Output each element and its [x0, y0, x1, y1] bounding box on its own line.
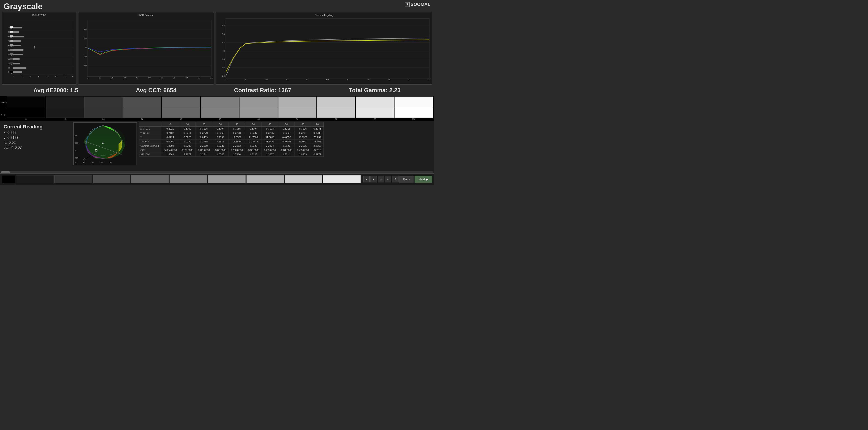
bottom-swatch-20[interactable]: [55, 175, 92, 183]
scrollbar-track[interactable]: [1, 172, 433, 173]
svg-text:8: 8: [47, 75, 48, 78]
total-gamma-stat: Total Gamma: 2.23: [349, 87, 401, 94]
svg-text:1.6: 1.6: [222, 66, 225, 69]
playback-controls: ■ ▶ ⏭ ⟳ ⚙: [363, 176, 399, 182]
reading-cdm2: cd/m²: 0.07: [4, 146, 69, 150]
settings-button[interactable]: ⚙: [392, 176, 399, 182]
bottom-swatch-70[interactable]: [246, 175, 284, 183]
svg-text:20: 20: [265, 78, 268, 81]
deltae-chart: DeltaE 2000 0 10 20 30 40 50 0 2 4 6 8 1…: [2, 12, 76, 85]
svg-text:10: 10: [8, 67, 10, 69]
play-button[interactable]: ▶: [370, 176, 377, 182]
reading-y: y: 0.2187: [4, 136, 69, 140]
svg-rect-38: [10, 49, 13, 51]
svg-rect-42: [10, 67, 13, 69]
svg-text:0: 0: [13, 75, 14, 78]
current-reading-panel: Current Reading x: 0.222 y: 0.2187 fL: 0…: [0, 121, 72, 171]
reading-fl: fL: 0.02: [4, 141, 69, 145]
svg-text:12: 12: [63, 75, 66, 78]
svg-text:40: 40: [8, 54, 10, 55]
skip-forward-button[interactable]: ⏭: [378, 176, 384, 182]
svg-rect-54: [13, 71, 22, 73]
svg-text:0.35: 0.35: [75, 142, 79, 144]
svg-text:0.25: 0.25: [75, 157, 79, 159]
svg-rect-52: [13, 63, 20, 64]
svg-text:0.35: 0.35: [101, 161, 104, 163]
bottom-swatch-60[interactable]: [208, 175, 246, 183]
loop-button[interactable]: ⟳: [385, 176, 391, 182]
swatch-labels: Actual Target: [1, 96, 6, 121]
svg-text:70: 70: [8, 40, 10, 42]
bottom-data-section: Current Reading x: 0.222 y: 0.2187 fL: 0…: [0, 121, 434, 171]
page-title: Grayscale: [4, 2, 42, 11]
bottom-swatch-80[interactable]: [285, 175, 322, 183]
svg-text:1.4: 1.4: [222, 74, 225, 77]
bottom-swatch-50[interactable]: [169, 175, 207, 183]
next-button[interactable]: Next ▶: [414, 176, 432, 183]
svg-text:50: 50: [148, 76, 151, 79]
svg-rect-44: [13, 27, 22, 29]
back-button[interactable]: Back: [399, 176, 414, 183]
table-row: Target Y0.00001.02303.27857.157513.15862…: [139, 140, 324, 144]
cie-svg: 0.2 0.25 0.3 0.35 0.4 0.25 0.3 0.35 0.4: [74, 123, 136, 165]
reading-x: x: 0.222: [4, 131, 69, 135]
svg-rect-47: [13, 40, 21, 42]
svg-text:2: 2: [21, 75, 22, 78]
svg-text:80: 80: [185, 76, 188, 79]
svg-text:0.25: 0.25: [83, 161, 86, 163]
svg-text:80: 80: [388, 78, 390, 81]
measurements-table: 0 10 20 30 40 50 60 70 80 90 x: CIE310.2…: [139, 122, 324, 157]
stop-button[interactable]: ■: [363, 176, 370, 182]
bottom-swatch-0[interactable]: [2, 175, 16, 183]
svg-text:0: 0: [86, 46, 87, 49]
svg-text:0: 0: [8, 71, 9, 73]
bottom-bar: ■ ▶ ⏭ ⟳ ⚙ Back Next ▶: [0, 174, 434, 185]
swatch-30: 30: [123, 96, 162, 121]
bottom-swatch-10[interactable]: [16, 175, 54, 183]
svg-text:-40: -40: [84, 64, 87, 66]
svg-text:30: 30: [8, 58, 10, 60]
page-title-row: Grayscale: [0, 0, 434, 12]
svg-rect-53: [13, 67, 26, 69]
svg-text:4: 4: [30, 75, 31, 78]
svg-text:10: 10: [55, 75, 57, 78]
table-row: CCT84804.00006972.00006641.00006708.0000…: [139, 148, 324, 152]
svg-rect-41: [10, 62, 13, 64]
svg-rect-39: [10, 53, 13, 55]
svg-text:100: 100: [33, 46, 36, 49]
svg-text:0.4: 0.4: [110, 161, 112, 163]
svg-text:90: 90: [408, 78, 410, 81]
svg-text:0: 0: [11, 72, 12, 74]
svg-rect-36: [10, 40, 13, 41]
svg-text:40: 40: [136, 76, 138, 79]
data-table-container: 0 10 20 30 40 50 60 70 80 90 x: CIE310.2…: [138, 121, 434, 171]
svg-text:90: 90: [8, 31, 10, 33]
svg-point-122: [102, 143, 103, 144]
svg-text:0.4: 0.4: [75, 134, 78, 136]
svg-rect-80: [225, 19, 429, 79]
svg-text:0.2: 0.2: [75, 161, 78, 163]
svg-rect-50: [13, 54, 23, 55]
svg-text:80: 80: [8, 36, 10, 37]
swatch-50: 50: [201, 96, 239, 121]
svg-rect-34: [10, 31, 13, 33]
bottom-swatch-90[interactable]: [323, 175, 361, 183]
scrollbar-row[interactable]: [0, 171, 434, 174]
scrollbar-thumb[interactable]: [1, 172, 10, 173]
svg-text:2.4: 2.4: [222, 33, 225, 35]
bottom-swatch-30[interactable]: [93, 175, 131, 183]
swatch-90: 90: [356, 96, 394, 121]
bottom-swatch-40[interactable]: [131, 175, 169, 183]
table-header: 0 10 20 30 40 50 60 70 80 90: [139, 122, 324, 127]
svg-text:20: 20: [84, 37, 87, 39]
svg-rect-51: [13, 58, 20, 60]
svg-rect-40: [10, 58, 13, 60]
table-row: y: CIE310.21870.32110.32700.32650.32280.…: [139, 131, 324, 135]
swatch-70: 70: [278, 96, 317, 121]
svg-text:40: 40: [306, 78, 309, 81]
swatch-0: 0: [7, 96, 45, 121]
swatches-section: Actual Target 0 10 20: [0, 96, 434, 121]
avg-cct-stat: Avg CCT: 6654: [136, 87, 177, 94]
svg-text:0.3: 0.3: [92, 161, 94, 163]
svg-rect-37: [10, 44, 13, 46]
